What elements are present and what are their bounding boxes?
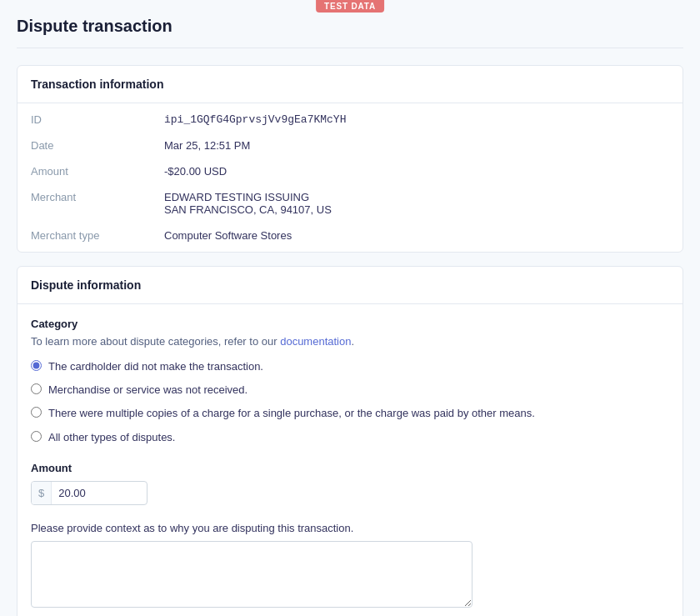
transaction-info-title: Transaction information <box>18 66 682 103</box>
value-id: ipi_1GQfG4GprvsjVv9gEa7KMcYH <box>164 113 346 126</box>
value-date: Mar 25, 12:51 PM <box>164 139 250 152</box>
amount-input[interactable] <box>52 482 127 504</box>
context-section: Please provide context as to why you are… <box>31 522 669 610</box>
amount-prefix: $ <box>32 482 52 504</box>
label-date: Date <box>31 139 164 152</box>
dispute-info-title: Dispute information <box>18 267 682 304</box>
label-merchant: Merchant <box>31 191 164 216</box>
transaction-info-section: Transaction information ID ipi_1GQfG4Gpr… <box>17 65 683 253</box>
value-merchant: EDWARD TESTING ISSUING SAN FRANCISCO, CA… <box>164 191 332 216</box>
dispute-body: Category To learn more about dispute cat… <box>18 304 682 616</box>
radio-label-1[interactable]: The cardholder did not make the transact… <box>48 359 263 374</box>
amount-input-wrapper: $ <box>31 481 148 505</box>
category-description: To learn more about dispute categories, … <box>31 335 669 348</box>
radio-item-3[interactable]: There were multiple copies of a charge f… <box>31 406 669 421</box>
radio-label-3[interactable]: There were multiple copies of a charge f… <box>48 406 535 421</box>
amount-field-label: Amount <box>31 462 669 474</box>
label-merchant-type: Merchant type <box>31 229 164 242</box>
category-radio-group: The cardholder did not make the transact… <box>31 359 669 445</box>
info-row-merchant: Merchant EDWARD TESTING ISSUING SAN FRAN… <box>18 184 682 223</box>
documentation-link[interactable]: documentation <box>280 335 351 348</box>
radio-option-4[interactable] <box>31 431 42 442</box>
context-textarea[interactable] <box>31 541 472 608</box>
amount-section: Amount $ <box>31 462 669 505</box>
context-label: Please provide context as to why you are… <box>31 522 669 534</box>
radio-label-4[interactable]: All other types of disputes. <box>48 430 175 445</box>
radio-option-2[interactable] <box>31 383 42 394</box>
radio-option-3[interactable] <box>31 407 42 418</box>
transaction-info-table: ID ipi_1GQfG4GprvsjVv9gEa7KMcYH Date Mar… <box>18 103 682 252</box>
radio-item-4[interactable]: All other types of disputes. <box>31 430 669 445</box>
radio-label-2[interactable]: Merchandise or service was not received. <box>48 383 248 398</box>
info-row-date: Date Mar 25, 12:51 PM <box>18 133 682 158</box>
info-row-id: ID ipi_1GQfG4GprvsjVv9gEa7KMcYH <box>18 107 682 133</box>
radio-option-1[interactable] <box>31 360 42 371</box>
category-label: Category <box>31 318 669 330</box>
label-id: ID <box>31 113 164 126</box>
label-amount: Amount <box>31 165 164 178</box>
test-data-banner: TEST DATA <box>316 0 384 13</box>
value-amount: -$20.00 USD <box>164 165 227 178</box>
radio-item-1[interactable]: The cardholder did not make the transact… <box>31 359 669 374</box>
dispute-info-section: Dispute information Category To learn mo… <box>17 266 683 616</box>
info-row-amount: Amount -$20.00 USD <box>18 158 682 184</box>
info-row-merchant-type: Merchant type Computer Software Stores <box>18 223 682 248</box>
value-merchant-type: Computer Software Stores <box>164 229 292 242</box>
page-title: Dispute transaction <box>17 17 683 48</box>
radio-item-2[interactable]: Merchandise or service was not received. <box>31 383 669 398</box>
